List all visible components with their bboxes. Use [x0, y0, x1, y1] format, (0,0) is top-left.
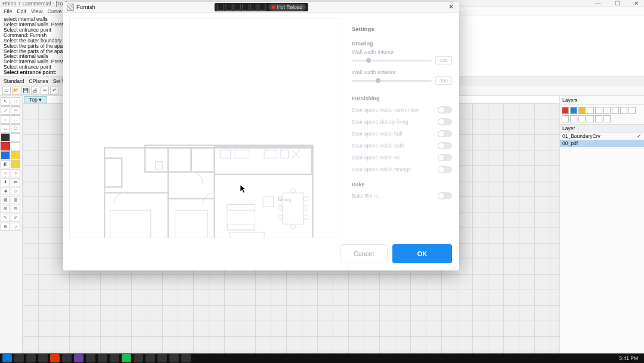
- taskbar-app-icon[interactable]: [122, 354, 131, 362]
- wall-interior-value[interactable]: 150: [435, 56, 452, 64]
- tool-polygon-icon[interactable]: ⬠: [11, 124, 20, 133]
- tool-stop-icon[interactable]: [1, 142, 10, 150]
- layer-tool-icon[interactable]: [587, 115, 594, 122]
- wall-exterior-value[interactable]: 300: [435, 76, 452, 85]
- tool-icon[interactable]: ◧: [1, 160, 10, 168]
- layer-row[interactable]: 00_pdf: [560, 140, 644, 147]
- tool-circle-icon[interactable]: ○: [1, 115, 10, 124]
- layer-tool-icon[interactable]: [595, 115, 602, 122]
- tool-icon[interactable]: [11, 142, 20, 150]
- menu-curve[interactable]: Curve: [47, 8, 61, 14]
- taskbar-app-icon[interactable]: [38, 354, 48, 362]
- layer-tool-icon[interactable]: [612, 107, 619, 114]
- print-icon[interactable]: 🖨: [31, 87, 39, 95]
- tool-icon[interactable]: [217, 4, 224, 11]
- minimize-button[interactable]: —: [593, 0, 603, 7]
- maximize-button[interactable]: ☐: [612, 0, 623, 7]
- ok-button[interactable]: OK: [392, 244, 452, 263]
- tool-icon[interactable]: ⊞: [1, 205, 10, 213]
- taskbar-app-icon[interactable]: [86, 354, 95, 362]
- tab-cplanes[interactable]: CPlanes: [29, 78, 48, 84]
- tool-icon[interactable]: ◇: [11, 187, 20, 195]
- taskbar-app-icon[interactable]: [169, 354, 179, 362]
- tool-arc-icon[interactable]: ◡: [11, 115, 20, 124]
- taskbar-app-icon[interactable]: [110, 354, 119, 362]
- close-button[interactable]: ✕: [631, 0, 642, 7]
- taskbar-app-icon[interactable]: [50, 354, 60, 362]
- start-button[interactable]: [2, 354, 12, 362]
- tool-icon[interactable]: ✐: [11, 214, 20, 222]
- layer-tool-icon[interactable]: [570, 115, 577, 122]
- tool-icon[interactable]: [250, 4, 258, 11]
- hot-reload-button[interactable]: Hot Reload: [269, 4, 306, 11]
- undo-icon[interactable]: ↶: [50, 87, 58, 95]
- toggle-switch[interactable]: [438, 154, 452, 161]
- bake-rhino-toggle[interactable]: [438, 192, 452, 199]
- cancel-button[interactable]: Cancel: [340, 244, 388, 263]
- tool-icon[interactable]: ◈: [1, 187, 10, 195]
- toggle-switch[interactable]: [438, 118, 452, 125]
- layer-tool-icon[interactable]: [587, 107, 594, 114]
- tool-timer-icon[interactable]: [1, 133, 10, 141]
- tool-icon[interactable]: [242, 4, 249, 11]
- tool-icon[interactable]: ⬌: [11, 178, 20, 186]
- tool-solid-icon[interactable]: [1, 151, 10, 159]
- tool-pointer-icon[interactable]: ↖: [1, 97, 10, 106]
- menu-file[interactable]: File: [4, 8, 13, 14]
- layer-tool-icon[interactable]: [578, 115, 586, 122]
- layer-tool-icon[interactable]: [628, 107, 636, 114]
- dialog-titlebar[interactable]: Furnish Hot Reload ✕: [63, 2, 459, 13]
- toggle-switch[interactable]: [438, 166, 452, 173]
- taskbar-app-icon[interactable]: [26, 354, 36, 362]
- tool-icon[interactable]: [259, 4, 266, 11]
- layer-tool-icon[interactable]: [603, 107, 611, 114]
- tool-icon[interactable]: ▥: [11, 196, 20, 204]
- tool-icon[interactable]: ▤: [1, 196, 10, 204]
- taskbar-app-icon[interactable]: [145, 354, 155, 362]
- tool-lasso-icon[interactable]: ◌: [11, 97, 20, 106]
- color-swatch-icon[interactable]: [562, 107, 569, 114]
- wall-interior-slider[interactable]: [352, 60, 432, 61]
- tool-icon[interactable]: ⚙: [1, 223, 10, 231]
- tool-icon[interactable]: ≡: [11, 169, 20, 177]
- menu-edit[interactable]: Edit: [17, 8, 27, 14]
- menu-view[interactable]: View: [31, 8, 42, 14]
- taskbar-clock[interactable]: 5:41 PM: [619, 355, 642, 361]
- taskbar-app-icon[interactable]: [74, 354, 83, 362]
- tool-light-icon[interactable]: [11, 151, 20, 159]
- tab-standard[interactable]: Standard: [4, 78, 24, 84]
- wall-exterior-slider[interactable]: [352, 80, 432, 82]
- toggle-switch[interactable]: [438, 142, 452, 149]
- dialog-close-button[interactable]: ✕: [446, 3, 456, 11]
- layer-column-header[interactable]: Layer: [560, 125, 644, 133]
- taskbar-app-icon[interactable]: [62, 354, 72, 362]
- toggle-switch[interactable]: [438, 106, 452, 113]
- layer-row[interactable]: 01_BoundaryCrv ✓: [560, 133, 644, 140]
- save-icon[interactable]: 💾: [21, 87, 30, 95]
- tool-rect-icon[interactable]: ▭: [1, 124, 10, 133]
- layer-tool-icon[interactable]: [603, 115, 611, 122]
- layer-tool-icon[interactable]: [562, 115, 569, 122]
- taskbar-app-icon[interactable]: [134, 354, 143, 362]
- taskbar-app-icon[interactable]: [157, 354, 167, 362]
- tool-icon[interactable]: [11, 160, 20, 168]
- layer-tool-icon[interactable]: [620, 107, 627, 114]
- open-icon[interactable]: 📂: [12, 87, 20, 95]
- toggle-switch[interactable]: [438, 130, 452, 137]
- layer-tool-icon[interactable]: [595, 107, 602, 114]
- tool-icon[interactable]: ≡: [1, 169, 10, 177]
- new-icon[interactable]: ▭: [2, 87, 11, 95]
- tool-icon[interactable]: [234, 4, 241, 11]
- taskbar-app-icon[interactable]: [14, 354, 24, 362]
- tool-icon[interactable]: [11, 133, 20, 141]
- tool-icon[interactable]: [225, 4, 233, 11]
- floorplan-preview[interactable]: Dining: [69, 19, 342, 238]
- cut-icon[interactable]: ✂: [41, 87, 49, 95]
- color-swatch-icon[interactable]: [570, 107, 577, 114]
- color-swatch-icon[interactable]: [578, 107, 586, 114]
- tool-icon[interactable]: ✎: [1, 214, 10, 222]
- taskbar-app-icon[interactable]: [98, 354, 107, 362]
- tool-line-icon[interactable]: ／: [1, 106, 10, 115]
- tool-icon[interactable]: ?: [11, 223, 20, 231]
- tool-icon[interactable]: ⬍: [1, 178, 10, 186]
